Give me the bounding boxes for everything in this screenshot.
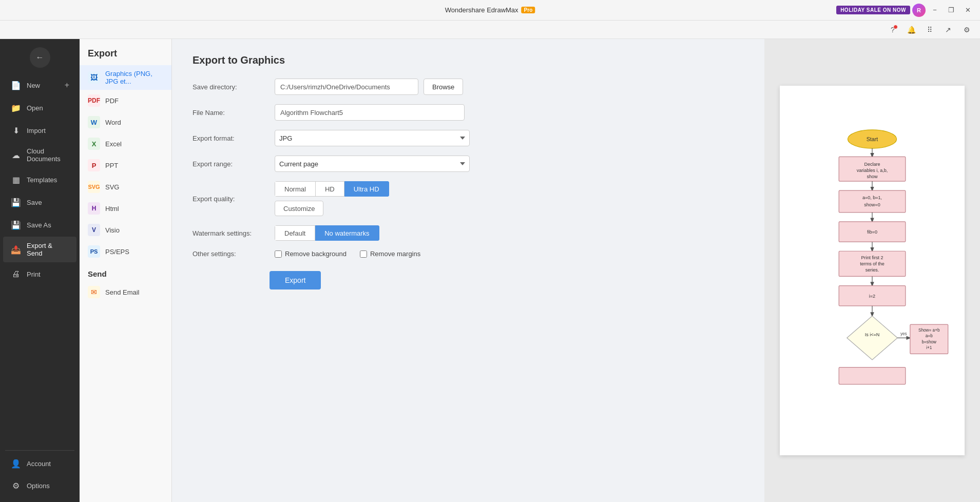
cloud-icon: ☁: [10, 149, 22, 161]
close-button[interactable]: ✕: [960, 3, 975, 17]
remove-background-checkbox[interactable]: Remove background: [275, 250, 347, 258]
holiday-badge: HOLIDAY SALE ON NOW: [836, 6, 910, 14]
sidebar-item-import[interactable]: ⬇ Import: [3, 120, 76, 141]
sidebar-item-templates[interactable]: ▦ Templates: [3, 169, 76, 190]
sidebar-label-open: Open: [27, 104, 43, 112]
save-directory-label: Save directory:: [193, 83, 270, 91]
sidebar-divider: [5, 450, 74, 451]
email-icon: ✉: [88, 286, 100, 298]
export-item-pseps[interactable]: PS PS/EPS: [80, 241, 171, 262]
remove-margins-input[interactable]: [360, 250, 367, 258]
export-item-label-pseps: PS/EPS: [105, 248, 129, 256]
export-item-label-visio: Visio: [105, 226, 120, 234]
quality-group: Normal HD Ultra HD Customize: [275, 181, 389, 216]
watermark-default-button[interactable]: Default: [275, 225, 315, 241]
export-item-excel[interactable]: X Excel: [80, 133, 171, 155]
titlebar-controls: HOLIDAY SALE ON NOW R − ❐ ✕: [836, 3, 975, 17]
export-range-row: Export range: Current page All pages Sel…: [193, 156, 744, 172]
sidebar-label-cloud: Cloud Documents: [27, 147, 69, 163]
export-format-select[interactable]: JPG PNG BMP SVG: [275, 130, 470, 146]
export-sidebar: Export 🖼 Graphics (PNG, JPG et... PDF PD…: [80, 39, 172, 502]
export-item-ppt[interactable]: P PPT: [80, 155, 171, 176]
share-button[interactable]: ↗: [941, 23, 955, 37]
export-format-row: Export format: JPG PNG BMP SVG: [193, 130, 744, 146]
file-name-label: File Name:: [193, 109, 270, 117]
export-item-visio[interactable]: V Visio: [80, 219, 171, 241]
print-icon: 🖨: [10, 268, 22, 280]
form-title: Export to Graphics: [193, 54, 744, 66]
sidebar-item-account[interactable]: 👤 Account: [3, 453, 76, 474]
export-item-label-html: Html: [105, 205, 119, 213]
svg-text:i=2: i=2: [869, 294, 875, 299]
svg-rect-32: [839, 368, 906, 384]
svg-rect-8: [839, 190, 906, 213]
file-name-row: File Name:: [193, 104, 744, 121]
minimize-button[interactable]: −: [928, 3, 942, 17]
export-item-svg[interactable]: SVG SVG: [80, 176, 171, 198]
save-directory-row: Save directory: Browse: [193, 79, 744, 95]
export-item-html[interactable]: H Html: [80, 198, 171, 219]
sidebar-item-options[interactable]: ⚙ Options: [3, 475, 76, 496]
browse-button[interactable]: Browse: [424, 79, 463, 95]
svg-icon: SVG: [88, 181, 100, 193]
svg-text:Declare: Declare: [864, 162, 880, 167]
export-range-select[interactable]: Current page All pages Selected objects: [275, 156, 470, 172]
sidebar-item-new[interactable]: 📄 New +: [3, 74, 76, 96]
settings-button[interactable]: ⚙: [959, 23, 974, 37]
svg-text:Print first 2: Print first 2: [861, 255, 883, 260]
sidebar-item-save[interactable]: 💾 Save: [3, 191, 76, 213]
quality-ultrahd-button[interactable]: Ultra HD: [344, 181, 389, 197]
file-name-input[interactable]: [275, 104, 465, 121]
sidebar-item-cloud[interactable]: ☁ Cloud Documents: [3, 142, 76, 168]
ppt-icon: P: [88, 159, 100, 171]
sidebar-label-print: Print: [27, 271, 41, 278]
restore-button[interactable]: ❐: [944, 3, 958, 17]
export-item-sendemail[interactable]: ✉ Send Email: [80, 281, 171, 303]
quality-buttons: Normal HD Ultra HD: [275, 181, 389, 197]
export-button[interactable]: Export: [270, 271, 321, 289]
back-button[interactable]: ←: [30, 47, 50, 68]
help-button[interactable]: ?: [886, 23, 900, 37]
watermark-nowatermarks-button[interactable]: No watermarks: [315, 225, 379, 241]
sidebar-label-export: Export & Send: [27, 242, 69, 257]
sidebar-label-account: Account: [27, 460, 51, 468]
quality-hd-button[interactable]: HD: [316, 181, 344, 197]
export-item-label-ppt: PPT: [105, 162, 118, 169]
sidebar-item-exportandsend[interactable]: 📤 Export & Send: [3, 237, 76, 262]
export-quality-label: Export quality:: [193, 195, 270, 203]
quality-normal-button[interactable]: Normal: [275, 181, 316, 197]
svg-text:terms of the: terms of the: [860, 261, 885, 266]
main-layout: ← 📄 New + 📁 Open ⬇ Import ☁ Cloud Docume…: [0, 39, 980, 502]
export-icon: 📤: [10, 244, 22, 255]
svg-text:yes: yes: [900, 332, 907, 336]
open-icon: 📁: [10, 102, 22, 113]
preview-canvas: Start Declare variables i, a,b, show a=0…: [780, 86, 965, 455]
export-item-word[interactable]: W Word: [80, 111, 171, 133]
apps-button[interactable]: ⠿: [923, 23, 937, 37]
sidebar-label-templates: Templates: [27, 176, 57, 184]
remove-background-input[interactable]: [275, 250, 282, 258]
notification-button[interactable]: 🔔: [904, 23, 918, 37]
save-directory-input[interactable]: [275, 79, 418, 95]
html-icon: H: [88, 202, 100, 215]
export-form-area: Export to Graphics Save directory: Brows…: [172, 39, 764, 502]
customize-button[interactable]: Customize: [275, 201, 323, 216]
left-sidebar: ← 📄 New + 📁 Open ⬇ Import ☁ Cloud Docume…: [0, 39, 80, 502]
export-format-label: Export format:: [193, 134, 270, 142]
export-item-pdf[interactable]: PDF PDF: [80, 90, 171, 111]
sidebar-item-saveas[interactable]: 💾 Save As: [3, 214, 76, 236]
export-item-graphics[interactable]: 🖼 Graphics (PNG, JPG et...: [80, 65, 171, 90]
sidebar-label-new: New: [27, 82, 40, 89]
sidebar-item-print[interactable]: 🖨 Print: [3, 263, 76, 285]
save-icon: 💾: [10, 197, 22, 208]
export-item-label-graphics: Graphics (PNG, JPG et...: [105, 70, 163, 85]
export-item-label-sendemail: Send Email: [105, 288, 139, 296]
account-icon: 👤: [10, 458, 22, 469]
watermark-buttons: Default No watermarks: [275, 225, 379, 241]
svg-text:Is i<=N: Is i<=N: [865, 332, 880, 337]
user-avatar[interactable]: R: [912, 4, 926, 17]
svg-text:a=0, b=1,: a=0, b=1,: [862, 195, 882, 200]
remove-margins-checkbox[interactable]: Remove margins: [360, 250, 420, 258]
svg-text:Start: Start: [867, 136, 878, 142]
sidebar-item-open[interactable]: 📁 Open: [3, 97, 76, 119]
